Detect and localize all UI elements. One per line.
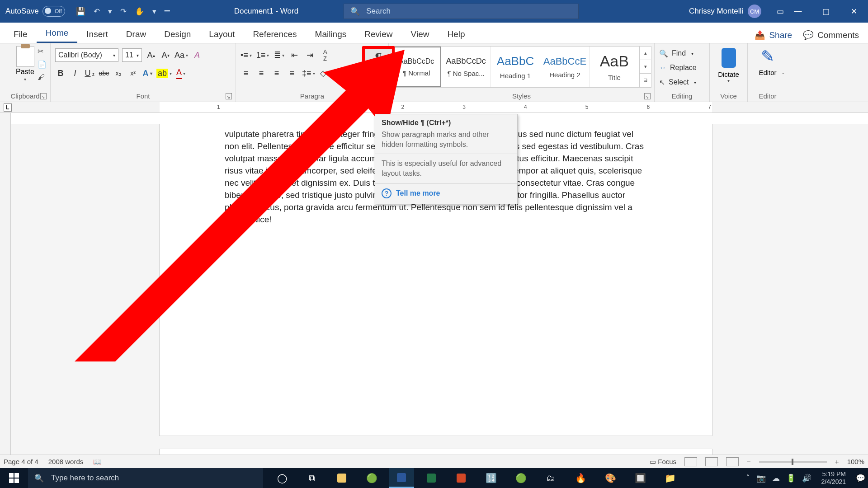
tab-references[interactable]: References [244, 25, 306, 43]
tab-design[interactable]: Design [155, 25, 200, 43]
touch-mode-icon[interactable]: ✋ [135, 7, 144, 16]
cut-icon[interactable]: ✂ [38, 47, 47, 56]
subscript-button[interactable]: x₂ [113, 67, 124, 79]
show-hide-pilcrow-button[interactable]: ¶ [362, 46, 395, 70]
sort-button[interactable]: AZ [320, 49, 330, 61]
excel-icon[interactable] [419, 468, 444, 488]
word-count[interactable]: 2008 words [48, 458, 84, 465]
paste-dropdown-icon[interactable]: ▾ [24, 77, 26, 82]
font-name-combo[interactable]: Calibri (Body)▾ [55, 48, 118, 62]
style-title[interactable]: AaB Title [590, 47, 639, 87]
font-launcher[interactable] [226, 93, 232, 99]
tell-me-more-link[interactable]: ? Tell me more [375, 184, 517, 204]
numbering-button[interactable]: 1≡ [256, 49, 269, 61]
taskbar-search[interactable]: 🔍 Type here to search [28, 468, 263, 488]
select-button[interactable]: ↖Select▾ [659, 75, 705, 89]
tab-review[interactable]: Review [355, 25, 401, 43]
paragraph-launcher[interactable] [378, 93, 385, 99]
justify-button[interactable]: ≡ [287, 67, 297, 79]
task-view-icon[interactable]: ⧉ [299, 468, 325, 488]
clock[interactable]: 5:19 PM 2/4/2021 [818, 470, 850, 486]
copy-icon[interactable]: 📄 [38, 60, 47, 69]
styles-launcher[interactable] [644, 93, 651, 99]
save-icon[interactable]: 💾 [76, 7, 85, 16]
comments-button[interactable]: 💬Comments [803, 30, 859, 40]
bullets-button[interactable]: •≡ [241, 49, 252, 61]
file-explorer-icon[interactable] [329, 468, 354, 488]
borders-button[interactable]: ▦ [335, 67, 346, 79]
align-center-button[interactable]: ≡ [256, 67, 267, 79]
increase-font-icon[interactable]: A▴ [146, 49, 156, 61]
decrease-font-icon[interactable]: A▾ [160, 49, 171, 61]
zoom-slider[interactable] [759, 461, 827, 463]
spotify-icon[interactable]: 🟢 [508, 468, 533, 488]
find-button[interactable]: 🔍Find▾ [659, 46, 705, 61]
powerpoint-icon[interactable] [448, 468, 474, 488]
tab-layout[interactable]: Layout [200, 25, 244, 43]
replace-button[interactable]: ↔Replace [659, 61, 705, 75]
strikethrough-button[interactable]: abc [99, 67, 109, 79]
ribbon-display-options-icon[interactable]: ▭ [777, 7, 784, 16]
zoom-level[interactable]: 100% [847, 458, 864, 465]
app-icon-1[interactable]: 🗂 [538, 468, 563, 488]
word-icon[interactable] [389, 468, 414, 488]
dictate-dropdown-icon[interactable]: ▾ [727, 78, 730, 83]
clear-formatting-icon[interactable]: A [192, 49, 203, 61]
collapse-ribbon-icon[interactable]: ˄ [782, 72, 785, 79]
tab-draw[interactable]: Draw [117, 25, 155, 43]
change-case-button[interactable]: Aa [175, 49, 188, 61]
battery-icon[interactable]: 🔋 [786, 474, 796, 483]
autosave-toggle[interactable]: AutoSave Off [0, 6, 71, 17]
increase-indent-button[interactable]: ⇥ [304, 49, 315, 61]
web-layout-icon[interactable] [726, 457, 739, 466]
tab-view[interactable]: View [402, 25, 439, 43]
font-color-button[interactable]: A [175, 67, 186, 79]
meet-now-icon[interactable]: 📷 [756, 474, 766, 483]
tab-file[interactable]: File [5, 25, 37, 43]
tab-selector[interactable]: L [4, 103, 12, 112]
close-button[interactable]: ✕ [840, 0, 868, 23]
start-button[interactable] [0, 473, 28, 483]
style-no-spacing[interactable]: AaBbCcDc ¶ No Spac... [441, 47, 491, 87]
horizontal-ruler[interactable]: L 1 1 2 3 4 5 6 7 [0, 102, 868, 113]
folder-icon[interactable]: 📁 [657, 468, 683, 488]
decrease-indent-button[interactable]: ⇤ [289, 49, 300, 61]
tab-help[interactable]: Help [438, 25, 474, 43]
page-indicator[interactable]: Page 4 of 4 [4, 458, 38, 465]
account-button[interactable]: Chrissy Montelli CM [684, 5, 766, 18]
style-heading2[interactable]: AaBbCcE Heading 2 [540, 47, 590, 87]
dictate-label[interactable]: Dictate [718, 70, 739, 78]
action-center-icon[interactable]: 💬 [856, 474, 865, 483]
tab-home[interactable]: Home [37, 23, 78, 43]
font-size-combo[interactable]: 11▾ [122, 48, 142, 62]
maximize-button[interactable]: ▢ [812, 0, 840, 23]
spellcheck-icon[interactable]: 📖 [93, 458, 102, 466]
tray-overflow-icon[interactable]: ˄ [746, 474, 750, 483]
paint3d-icon[interactable]: 🔥 [568, 468, 593, 488]
editor-label[interactable]: Editor [759, 69, 776, 76]
onedrive-icon[interactable]: ☁ [772, 474, 780, 483]
style-normal[interactable]: AaBbCcDc ¶ Normal [392, 47, 441, 87]
search-box[interactable]: 🔍 Search [344, 4, 579, 19]
share-button[interactable]: 📤Share [755, 30, 792, 40]
text-effects-button[interactable]: A [142, 67, 153, 79]
clipboard-launcher[interactable] [40, 93, 47, 99]
app-icon-2[interactable]: 🔲 [627, 468, 653, 488]
redo-icon[interactable]: ↷ [120, 7, 127, 16]
tab-mailings[interactable]: Mailings [306, 25, 356, 43]
paint-icon[interactable]: 🎨 [598, 468, 623, 488]
tab-insert[interactable]: Insert [77, 25, 117, 43]
minimize-button[interactable]: — [784, 0, 812, 23]
italic-button[interactable]: I [70, 67, 80, 79]
underline-button[interactable]: U [84, 67, 95, 79]
line-spacing-button[interactable]: ‡≡ [302, 67, 315, 79]
read-mode-icon[interactable] [684, 457, 697, 466]
cortana-icon[interactable]: ◯ [269, 468, 295, 488]
highlight-button[interactable]: ab [156, 67, 172, 79]
shading-button[interactable]: ◇ [320, 67, 330, 79]
styles-gallery[interactable]: AaBbCcDc ¶ Normal AaBbCcDc ¶ No Spac... … [392, 46, 651, 88]
format-painter-icon[interactable]: 🖌 [38, 73, 47, 81]
print-layout-icon[interactable] [705, 457, 718, 466]
gallery-scroll[interactable]: ▴▾⊟ [639, 47, 651, 87]
zoom-out-button[interactable]: − [747, 458, 751, 465]
